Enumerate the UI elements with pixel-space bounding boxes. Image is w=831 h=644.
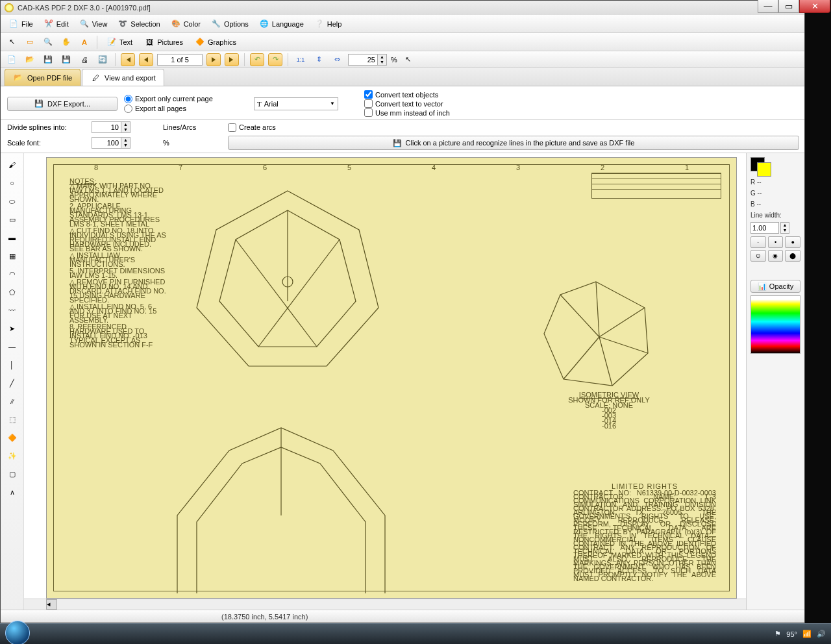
- limited-rights: LIMITED RIGHTS CONTRACT NO: N61339-00-D-…: [573, 484, 716, 580]
- scale-input[interactable]: [92, 137, 121, 149]
- menu-file[interactable]: 📄File: [5, 18, 37, 31]
- style-5[interactable]: ◉: [768, 250, 784, 262]
- chk-convert-text[interactable]: Convert text objects: [364, 90, 799, 99]
- bg-swatch[interactable]: [757, 162, 771, 177]
- circle-tool[interactable]: ○: [4, 175, 21, 191]
- minimize-button[interactable]: —: [758, 0, 778, 13]
- text-tool-a[interactable]: A: [77, 35, 92, 49]
- rect-tool[interactable]: ▭: [4, 212, 21, 227]
- zoom-11-button[interactable]: 1:1: [293, 53, 308, 67]
- pan-tool[interactable]: ✋: [59, 35, 73, 49]
- polygon-tool[interactable]: ⬠: [4, 284, 21, 300]
- save-button[interactable]: 💾: [41, 53, 55, 67]
- menu-edit[interactable]: ✂️Edit: [40, 18, 73, 31]
- menu-selection[interactable]: ➰Selection: [114, 18, 164, 31]
- linewidth-spinner[interactable]: ▲▼: [750, 222, 800, 234]
- page-indicator[interactable]: [157, 54, 203, 66]
- shape2-tool[interactable]: ✨: [4, 448, 21, 464]
- ellipse-tool[interactable]: ⬭: [4, 193, 21, 209]
- pointer-tool[interactable]: ↖: [5, 35, 19, 49]
- start-button[interactable]: [5, 621, 30, 645]
- tray-flag-icon[interactable]: ⚑: [775, 630, 781, 638]
- radio-export-all[interactable]: Export all pages: [124, 105, 247, 113]
- tray-sound-icon[interactable]: 🔊: [817, 630, 826, 638]
- hline-tool[interactable]: —: [4, 339, 21, 354]
- zoom-spinner[interactable]: ▲▼: [348, 54, 387, 66]
- redo-button[interactable]: ↷: [268, 53, 282, 66]
- saveas-button[interactable]: 💾: [59, 53, 73, 67]
- chk-create-arcs[interactable]: Create arcs: [228, 123, 306, 132]
- divide-spinner[interactable]: ▲▼: [92, 121, 156, 133]
- angle-tool[interactable]: ∧: [4, 484, 21, 500]
- spinner-arrows[interactable]: ▲▼: [121, 137, 130, 149]
- radio-export-current[interactable]: Export only current page: [124, 95, 247, 103]
- text-tool[interactable]: 📝Text: [103, 36, 136, 49]
- line-tool[interactable]: ╱: [4, 375, 21, 391]
- filled-rect-tool[interactable]: ▬: [4, 230, 21, 245]
- print-button[interactable]: 🖨: [77, 53, 92, 67]
- system-tray[interactable]: ⚑ 95° 📶 🔊: [775, 630, 826, 638]
- shape1-tool[interactable]: 🔶: [4, 430, 21, 445]
- zoom-input[interactable]: [348, 54, 378, 66]
- grid-tool[interactable]: ▦: [4, 248, 21, 264]
- recognize-lines-button[interactable]: 💾Click on a picture and recognize lines …: [228, 136, 799, 150]
- open-button[interactable]: 📂: [23, 53, 37, 67]
- fit-width-button[interactable]: ⇔: [330, 53, 344, 67]
- vline-tool[interactable]: │: [4, 357, 21, 373]
- style-4[interactable]: ⊙: [750, 250, 766, 262]
- dxf-export-button[interactable]: 💾DXF Export...: [7, 97, 118, 111]
- drawing-notes: NOTES: △ MARK WITH PART NO. IAW LMS 1-1 …: [69, 179, 167, 347]
- hue-picker[interactable]: [750, 295, 800, 354]
- close-button[interactable]: ✕: [799, 0, 830, 13]
- color-swatches[interactable]: [750, 157, 800, 175]
- rounded-tool[interactable]: ▢: [4, 466, 21, 482]
- menu-color[interactable]: 🎨Color: [167, 18, 205, 31]
- curve-tool[interactable]: 〰: [4, 303, 21, 318]
- taskbar[interactable]: ⚑ 95° 📶 🔊: [0, 623, 831, 644]
- dline-tool[interactable]: ⫽: [4, 393, 21, 409]
- refresh-button[interactable]: 🔄: [95, 53, 110, 67]
- spinner-arrows[interactable]: ▲▼: [378, 54, 387, 66]
- marquee-tool[interactable]: ▭: [23, 35, 37, 49]
- spinner-arrows[interactable]: ▲▼: [780, 222, 789, 234]
- menu-view[interactable]: 🔍View: [75, 18, 112, 31]
- arrow-tool[interactable]: ➤: [4, 321, 21, 336]
- select-rect-tool[interactable]: ⬚: [4, 412, 21, 427]
- divide-input[interactable]: [92, 121, 121, 133]
- tab-view-export[interactable]: 🖊View and export: [82, 69, 164, 86]
- pictures-tool[interactable]: 🖼Pictures: [140, 36, 187, 49]
- font-combobox[interactable]: TArial▼: [254, 97, 338, 110]
- tab-open-pdf[interactable]: 📂Open PDF file: [5, 69, 81, 86]
- scale-spinner[interactable]: ▲▼: [92, 137, 156, 149]
- style-1[interactable]: ·: [750, 236, 766, 248]
- first-page-button[interactable]: [121, 53, 135, 66]
- brush-tool[interactable]: 🖌: [4, 157, 21, 173]
- scroll-left-button[interactable]: ◂: [46, 599, 57, 610]
- menu-options[interactable]: 🔧Options: [207, 18, 253, 31]
- spinner-arrows[interactable]: ▲▼: [121, 121, 130, 133]
- chk-use-mm[interactable]: Use mm instead of inch: [364, 108, 799, 117]
- graphics-tool[interactable]: 🔶Graphics: [191, 36, 240, 49]
- h-scrollbar[interactable]: ◂: [24, 599, 746, 610]
- next-page-button[interactable]: [206, 53, 221, 66]
- zoom-tool[interactable]: 🔍: [41, 35, 55, 49]
- style-6[interactable]: ⬤: [785, 250, 800, 262]
- maximize-button[interactable]: ▭: [778, 0, 799, 13]
- undo-button[interactable]: ↶: [250, 53, 264, 66]
- b-value: B --: [750, 200, 800, 208]
- tray-network-icon[interactable]: 📶: [802, 630, 812, 638]
- cursor-button[interactable]: ↖: [401, 53, 416, 67]
- canvas[interactable]: 87654321 NOTES: △ MARK WITH PART NO. IAW…: [24, 153, 746, 599]
- linewidth-input[interactable]: [750, 222, 779, 234]
- prev-page-button[interactable]: [139, 53, 153, 66]
- menu-help[interactable]: ❔Help: [310, 18, 346, 31]
- style-2[interactable]: •: [768, 236, 784, 248]
- style-3[interactable]: ●: [785, 236, 800, 248]
- chk-text-vector[interactable]: Convert text to vector: [364, 99, 799, 108]
- arc-tool[interactable]: ◠: [4, 266, 21, 282]
- menu-language[interactable]: 🌐Language: [255, 18, 308, 31]
- last-page-button[interactable]: [225, 53, 239, 66]
- new-button[interactable]: 📄: [5, 53, 19, 67]
- fit-height-button[interactable]: ⇕: [312, 53, 326, 67]
- opacity-button[interactable]: 📊Opacity: [750, 280, 800, 293]
